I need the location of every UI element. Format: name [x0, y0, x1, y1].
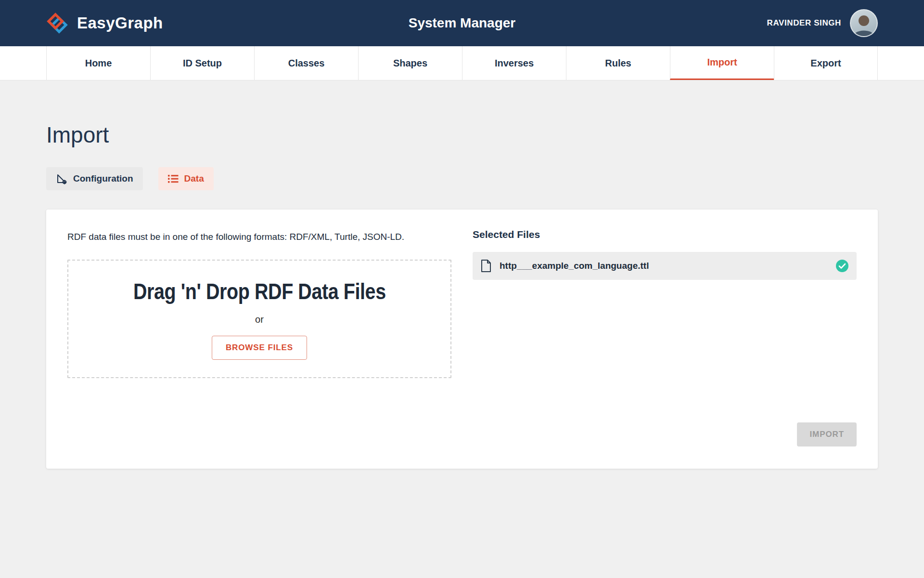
file-icon [480, 259, 492, 273]
tab-id-setup[interactable]: ID Setup [150, 46, 254, 80]
toggle-configuration[interactable]: Configuration [46, 167, 143, 190]
easygraph-logo-icon [46, 12, 68, 34]
user-name: RAVINDER SINGH [767, 18, 842, 28]
tab-import[interactable]: Import [670, 46, 774, 80]
page-title: Import [46, 122, 878, 148]
tab-inverses[interactable]: Inverses [462, 46, 566, 80]
selected-file-row: http___example_com_language.ttl [473, 252, 857, 280]
page-content: Import Configuration [0, 122, 924, 498]
import-button[interactable]: IMPORT [797, 422, 857, 447]
import-data-card: RDF data files must be in one of the fol… [46, 210, 878, 469]
avatar[interactable] [850, 9, 878, 37]
tab-shapes[interactable]: Shapes [358, 46, 462, 80]
import-mode-toggles: Configuration Data [46, 167, 878, 190]
toggle-data[interactable]: Data [158, 167, 214, 190]
app-header: EasyGraph System Manager RAVINDER SINGH [0, 0, 924, 46]
tab-rules[interactable]: Rules [566, 46, 670, 80]
card-footer: IMPORT [67, 422, 857, 447]
tab-export[interactable]: Export [774, 46, 878, 80]
file-name: http___example_com_language.ttl [500, 261, 649, 271]
selected-files-heading: Selected Files [473, 229, 857, 240]
brand-name: EasyGraph [77, 14, 163, 32]
toggle-configuration-label: Configuration [73, 173, 133, 184]
brand[interactable]: EasyGraph [46, 12, 163, 34]
configuration-icon [56, 173, 67, 184]
browse-files-button[interactable]: BROWSE FILES [212, 336, 307, 360]
format-note: RDF data files must be in one of the fol… [67, 232, 451, 242]
data-list-icon [168, 174, 179, 184]
rdf-dropzone[interactable]: Drag 'n' Drop RDF Data Files or BROWSE F… [67, 260, 451, 378]
app-title: System Manager [409, 15, 516, 31]
toggle-data-label: Data [184, 173, 204, 184]
tab-classes[interactable]: Classes [254, 46, 358, 80]
dropzone-or-label: or [255, 314, 264, 325]
main-nav: Home ID Setup Classes Shapes Inverses Ru… [0, 46, 924, 80]
upload-column: RDF data files must be in one of the fol… [67, 229, 451, 378]
check-icon [835, 259, 849, 273]
dropzone-title: Drag 'n' Drop RDF Data Files [133, 278, 386, 304]
selected-files-column: Selected Files http___example_com_langua… [473, 229, 857, 378]
tab-home[interactable]: Home [46, 46, 150, 80]
user-area: RAVINDER SINGH [767, 9, 878, 37]
